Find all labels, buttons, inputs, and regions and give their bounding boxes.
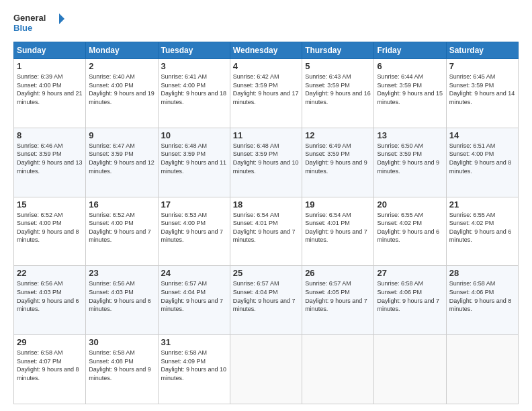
day-number: 12	[305, 130, 371, 140]
cell-info: Sunrise: 6:50 AMSunset: 3:59 PMDaylight:…	[377, 142, 443, 175]
calendar-cell	[230, 335, 302, 404]
calendar-header-wednesday: Wednesday	[230, 42, 302, 59]
cell-info: Sunrise: 6:58 AMSunset: 4:06 PMDaylight:…	[449, 279, 515, 313]
day-number: 6	[377, 61, 443, 71]
cell-info: Sunrise: 6:48 AMSunset: 3:59 PMDaylight:…	[161, 142, 227, 175]
calendar-week-5: 29Sunrise: 6:58 AMSunset: 4:07 PMDayligh…	[14, 335, 519, 404]
cell-info: Sunrise: 6:45 AMSunset: 3:59 PMDaylight:…	[449, 73, 515, 106]
calendar-cell: 19Sunrise: 6:54 AMSunset: 4:01 PMDayligh…	[302, 197, 374, 266]
calendar-cell: 10Sunrise: 6:48 AMSunset: 3:59 PMDayligh…	[158, 128, 230, 197]
cell-info: Sunrise: 6:57 AMSunset: 4:04 PMDaylight:…	[233, 279, 299, 313]
calendar-cell: 20Sunrise: 6:55 AMSunset: 4:02 PMDayligh…	[374, 197, 446, 266]
calendar-table: SundayMondayTuesdayWednesdayThursdayFrid…	[13, 42, 519, 404]
day-number: 23	[89, 268, 154, 278]
calendar-cell: 14Sunrise: 6:51 AMSunset: 4:00 PMDayligh…	[446, 128, 518, 197]
calendar-cell: 7Sunrise: 6:45 AMSunset: 3:59 PMDaylight…	[446, 59, 518, 128]
cell-info: Sunrise: 6:48 AMSunset: 3:59 PMDaylight:…	[233, 142, 299, 175]
calendar-cell: 17Sunrise: 6:53 AMSunset: 4:00 PMDayligh…	[158, 197, 230, 266]
calendar-header-tuesday: Tuesday	[158, 42, 230, 59]
cell-info: Sunrise: 6:53 AMSunset: 4:00 PMDaylight:…	[161, 211, 227, 244]
cell-info: Sunrise: 6:44 AMSunset: 3:59 PMDaylight:…	[377, 73, 443, 106]
svg-marker-2	[59, 13, 64, 24]
calendar-cell: 8Sunrise: 6:46 AMSunset: 3:59 PMDaylight…	[14, 128, 86, 197]
calendar-cell: 29Sunrise: 6:58 AMSunset: 4:07 PMDayligh…	[14, 335, 86, 404]
day-number: 9	[89, 130, 154, 140]
cell-info: Sunrise: 6:39 AMSunset: 4:00 PMDaylight:…	[17, 73, 83, 106]
calendar-header-friday: Friday	[374, 42, 446, 59]
calendar-cell: 5Sunrise: 6:43 AMSunset: 3:59 PMDaylight…	[302, 59, 374, 128]
cell-info: Sunrise: 6:58 AMSunset: 4:09 PMDaylight:…	[161, 349, 227, 382]
cell-info: Sunrise: 6:51 AMSunset: 4:00 PMDaylight:…	[449, 142, 515, 175]
calendar-cell: 25Sunrise: 6:57 AMSunset: 4:04 PMDayligh…	[230, 266, 302, 335]
cell-info: Sunrise: 6:54 AMSunset: 4:01 PMDaylight:…	[305, 211, 371, 244]
calendar-header-monday: Monday	[86, 42, 158, 59]
day-number: 3	[161, 61, 227, 71]
calendar-cell: 23Sunrise: 6:56 AMSunset: 4:03 PMDayligh…	[86, 266, 158, 335]
svg-text:General: General	[13, 13, 46, 23]
day-number: 26	[305, 268, 371, 278]
logo: General Blue	[13, 11, 67, 35]
day-number: 8	[17, 130, 83, 140]
calendar-week-4: 22Sunrise: 6:56 AMSunset: 4:03 PMDayligh…	[14, 266, 519, 335]
cell-info: Sunrise: 6:58 AMSunset: 4:07 PMDaylight:…	[17, 349, 83, 382]
cell-info: Sunrise: 6:57 AMSunset: 4:04 PMDaylight:…	[161, 279, 227, 313]
day-number: 18	[233, 199, 299, 210]
calendar-header-sunday: Sunday	[14, 42, 86, 59]
cell-info: Sunrise: 6:54 AMSunset: 4:01 PMDaylight:…	[233, 211, 299, 244]
day-number: 2	[89, 61, 154, 71]
cell-info: Sunrise: 6:41 AMSunset: 4:00 PMDaylight:…	[161, 73, 227, 106]
calendar-cell: 18Sunrise: 6:54 AMSunset: 4:01 PMDayligh…	[230, 197, 302, 266]
calendar-cell: 2Sunrise: 6:40 AMSunset: 4:00 PMDaylight…	[86, 59, 158, 128]
cell-info: Sunrise: 6:46 AMSunset: 3:59 PMDaylight:…	[17, 142, 83, 175]
day-number: 25	[233, 268, 299, 278]
day-number: 27	[377, 268, 443, 278]
page: General Blue SundayMondayTuesdayWednesda…	[0, 0, 532, 411]
calendar-cell: 16Sunrise: 6:52 AMSunset: 4:00 PMDayligh…	[86, 197, 158, 266]
day-number: 20	[377, 199, 443, 210]
calendar-header-thursday: Thursday	[302, 42, 374, 59]
day-number: 15	[17, 199, 83, 210]
cell-info: Sunrise: 6:40 AMSunset: 4:00 PMDaylight:…	[89, 73, 154, 106]
svg-text:Blue: Blue	[13, 23, 32, 33]
day-number: 24	[161, 268, 227, 278]
day-number: 7	[449, 61, 515, 71]
calendar-cell	[446, 335, 518, 404]
day-number: 4	[233, 61, 299, 71]
calendar-cell: 27Sunrise: 6:58 AMSunset: 4:06 PMDayligh…	[374, 266, 446, 335]
day-number: 10	[161, 130, 227, 140]
calendar-header-saturday: Saturday	[446, 42, 518, 59]
calendar-header-row: SundayMondayTuesdayWednesdayThursdayFrid…	[14, 42, 519, 59]
day-number: 21	[449, 199, 515, 210]
calendar-cell: 22Sunrise: 6:56 AMSunset: 4:03 PMDayligh…	[14, 266, 86, 335]
calendar-cell: 21Sunrise: 6:55 AMSunset: 4:02 PMDayligh…	[446, 197, 518, 266]
calendar-cell	[374, 335, 446, 404]
day-number: 11	[233, 130, 299, 140]
day-number: 19	[305, 199, 371, 210]
cell-info: Sunrise: 6:49 AMSunset: 3:59 PMDaylight:…	[305, 142, 371, 175]
day-number: 31	[161, 337, 227, 347]
calendar-week-1: 1Sunrise: 6:39 AMSunset: 4:00 PMDaylight…	[14, 59, 519, 128]
logo-svg: General Blue	[13, 11, 67, 35]
calendar-cell: 15Sunrise: 6:52 AMSunset: 4:00 PMDayligh…	[14, 197, 86, 266]
calendar-cell: 3Sunrise: 6:41 AMSunset: 4:00 PMDaylight…	[158, 59, 230, 128]
day-number: 16	[89, 199, 154, 210]
calendar-cell: 9Sunrise: 6:47 AMSunset: 3:59 PMDaylight…	[86, 128, 158, 197]
calendar-cell: 28Sunrise: 6:58 AMSunset: 4:06 PMDayligh…	[446, 266, 518, 335]
header: General Blue	[13, 11, 519, 35]
day-number: 17	[161, 199, 227, 210]
calendar-week-2: 8Sunrise: 6:46 AMSunset: 3:59 PMDaylight…	[14, 128, 519, 197]
cell-info: Sunrise: 6:43 AMSunset: 3:59 PMDaylight:…	[305, 73, 371, 106]
calendar-cell: 12Sunrise: 6:49 AMSunset: 3:59 PMDayligh…	[302, 128, 374, 197]
day-number: 13	[377, 130, 443, 140]
cell-info: Sunrise: 6:56 AMSunset: 4:03 PMDaylight:…	[89, 279, 154, 313]
calendar-cell	[302, 335, 374, 404]
calendar-cell: 31Sunrise: 6:58 AMSunset: 4:09 PMDayligh…	[158, 335, 230, 404]
cell-info: Sunrise: 6:58 AMSunset: 4:08 PMDaylight:…	[89, 349, 154, 382]
cell-info: Sunrise: 6:57 AMSunset: 4:05 PMDaylight:…	[305, 279, 371, 313]
calendar-cell: 4Sunrise: 6:42 AMSunset: 3:59 PMDaylight…	[230, 59, 302, 128]
cell-info: Sunrise: 6:52 AMSunset: 4:00 PMDaylight:…	[89, 211, 154, 244]
cell-info: Sunrise: 6:56 AMSunset: 4:03 PMDaylight:…	[17, 279, 83, 313]
calendar-cell: 11Sunrise: 6:48 AMSunset: 3:59 PMDayligh…	[230, 128, 302, 197]
calendar-cell: 30Sunrise: 6:58 AMSunset: 4:08 PMDayligh…	[86, 335, 158, 404]
calendar-cell: 24Sunrise: 6:57 AMSunset: 4:04 PMDayligh…	[158, 266, 230, 335]
